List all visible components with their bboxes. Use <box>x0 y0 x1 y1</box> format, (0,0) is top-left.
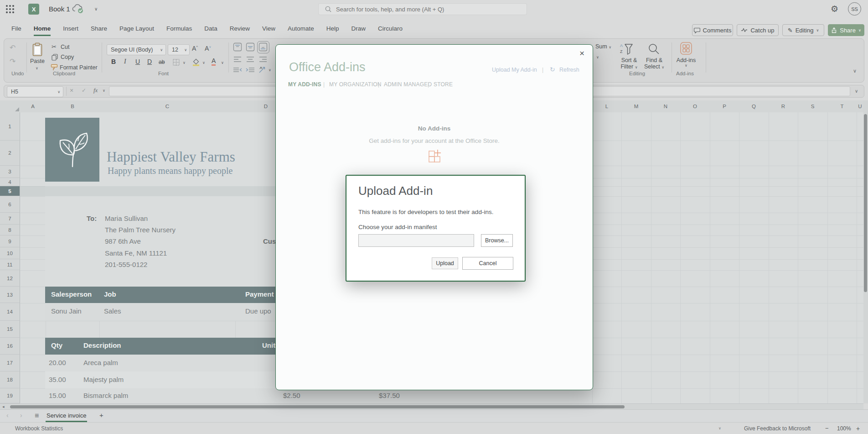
row-header-7[interactable]: 7 <box>0 213 20 225</box>
cut-button[interactable]: Cut <box>61 44 69 50</box>
avatar[interactable]: SS <box>848 2 861 16</box>
dialog-close-icon[interactable]: × <box>579 48 584 58</box>
menu-help[interactable]: Help <box>326 25 339 36</box>
font-color-button[interactable]: A <box>212 58 216 66</box>
upload-my-addin-link[interactable]: Upload My Add-in <box>492 67 537 73</box>
menu-home[interactable]: Home <box>34 25 51 36</box>
italic-button[interactable]: I <box>124 58 126 65</box>
row-header-3[interactable]: 3 <box>0 166 20 178</box>
app-launcher-icon[interactable] <box>6 5 14 13</box>
add-ins-button[interactable]: Add-ins ∨ <box>676 57 696 68</box>
settings-gear-icon[interactable]: ⚙ <box>831 4 838 14</box>
cancel-entry-icon[interactable]: × <box>70 87 73 94</box>
double-underline-button[interactable]: D <box>147 58 152 65</box>
col-header-Q[interactable]: Q <box>739 100 769 113</box>
decrease-indent-button[interactable] <box>233 67 242 73</box>
title-chevron-down-icon[interactable]: ∨ <box>94 6 98 11</box>
menu-circularo[interactable]: Circularo <box>378 25 403 36</box>
zoom-in-icon[interactable]: + <box>856 425 860 432</box>
font-color-chevron-icon[interactable]: ∨ <box>221 61 224 65</box>
underline-button[interactable]: U <box>135 58 140 65</box>
row-header-15[interactable]: 15 <box>0 321 20 338</box>
strikethrough-button[interactable]: ab <box>159 59 165 65</box>
text-orientation-button[interactable] <box>258 66 267 73</box>
next-sheet-icon[interactable]: › <box>20 412 22 419</box>
col-header-R[interactable]: R <box>769 100 798 113</box>
menu-data[interactable]: Data <box>204 25 217 36</box>
menu-share[interactable]: Share <box>91 25 107 36</box>
comments-button[interactable]: Comments <box>692 24 733 36</box>
expand-formula-bar-icon[interactable]: ∨ <box>855 89 858 94</box>
vertical-scrollbar[interactable] <box>863 100 868 403</box>
menu-insert[interactable]: Insert <box>63 25 78 36</box>
row-header-11[interactable]: 11 <box>0 259 20 270</box>
sort-filter-button[interactable]: Sort & Filter ∨ <box>619 57 640 70</box>
paste-button[interactable]: Paste <box>30 58 45 64</box>
autosum-button[interactable]: Sum ∨ <box>595 43 611 50</box>
row-header-13[interactable]: 13 <box>0 287 20 303</box>
col-header-U[interactable]: U <box>857 100 864 113</box>
document-title[interactable]: Book 1 <box>49 5 70 13</box>
fill-clear-chevron-icon[interactable]: ∨ <box>596 55 599 59</box>
col-header-T[interactable]: T <box>827 100 857 113</box>
sheet-list-menu-icon[interactable]: ≡ <box>35 412 39 420</box>
col-header-L[interactable]: L <box>592 100 622 113</box>
bold-button[interactable]: B <box>111 58 116 65</box>
align-center-button[interactable] <box>246 56 254 63</box>
prev-sheet-icon[interactable]: ‹ <box>6 412 9 419</box>
horizontal-scroll-thumb[interactable] <box>10 405 625 408</box>
menu-formulas[interactable]: Formulas <box>166 25 192 36</box>
col-header-S[interactable]: S <box>798 100 828 113</box>
align-right-button[interactable] <box>259 56 267 63</box>
undo-button[interactable]: ↶ <box>10 43 16 52</box>
borders-chevron-icon[interactable]: ∨ <box>183 61 186 65</box>
share-button[interactable]: Share ∨ <box>828 24 864 36</box>
search-box[interactable] <box>318 3 527 15</box>
align-top-button[interactable] <box>233 42 242 52</box>
row-header-8[interactable]: 8 <box>0 225 20 235</box>
cloud-saved-icon[interactable] <box>72 4 84 14</box>
collapse-ribbon-chevron-icon[interactable]: ∨ <box>853 68 857 74</box>
workbook-statistics-button[interactable]: Workbook Statistics <box>15 425 63 432</box>
vertical-scroll-thumb[interactable] <box>864 114 867 292</box>
add-sheet-icon[interactable]: + <box>99 411 103 419</box>
redo-button[interactable]: ↷ <box>10 57 16 66</box>
tab-my-add-ins[interactable]: MY ADD-INS <box>288 81 321 88</box>
row-header-14[interactable]: 14 <box>0 303 20 321</box>
col-header-C[interactable]: C <box>99 100 236 113</box>
paste-chevron-icon[interactable]: ∨ <box>36 66 38 70</box>
col-header-B[interactable]: B <box>46 100 100 113</box>
fx-chevron-icon[interactable]: ∨ <box>103 89 105 93</box>
row-header-19[interactable]: 19 <box>0 388 20 403</box>
fill-color-chevron-icon[interactable]: ∨ <box>202 61 205 65</box>
row-header-16[interactable]: 16 <box>0 338 20 355</box>
select-all-corner[interactable] <box>0 100 21 113</box>
format-painter-button[interactable]: Format Painter <box>60 64 98 71</box>
row-header-2[interactable]: 2 <box>0 141 20 166</box>
menu-draw[interactable]: Draw <box>351 25 366 36</box>
zoom-out-icon[interactable]: − <box>825 425 829 432</box>
decrease-font-button[interactable]: A∨ <box>205 45 211 52</box>
give-feedback-link[interactable]: Give Feedback to Microsoft <box>744 425 811 432</box>
col-header-A[interactable]: A <box>20 100 46 113</box>
row-header-4[interactable]: 4 <box>0 178 20 186</box>
fill-color-button[interactable] <box>192 58 200 66</box>
editing-mode-button[interactable]: ✎ Editing ∨ <box>782 24 824 36</box>
menu-file[interactable]: File <box>11 25 21 36</box>
menu-view[interactable]: View <box>262 25 275 36</box>
name-box[interactable]: H5 ∨ <box>7 86 63 97</box>
refresh-link[interactable]: Refresh <box>559 67 579 73</box>
align-middle-button[interactable] <box>246 42 255 52</box>
align-left-button[interactable] <box>233 56 242 63</box>
manifest-file-input[interactable] <box>358 234 474 247</box>
row-header-5-selected[interactable]: 5 <box>0 186 20 196</box>
row-header-12[interactable]: 12 <box>0 270 20 287</box>
copy-button[interactable]: Copy <box>61 54 74 60</box>
horizontal-scrollbar[interactable]: ◂ <box>0 403 863 409</box>
increase-font-button[interactable]: A^ <box>192 45 198 52</box>
font-name-select[interactable]: Segoe UI (Body) ∨ <box>107 44 166 55</box>
search-input[interactable] <box>335 5 510 13</box>
col-header-O[interactable]: O <box>680 100 710 113</box>
row-header-9[interactable]: 9 <box>0 235 20 247</box>
row-header-10[interactable]: 10 <box>0 247 20 259</box>
